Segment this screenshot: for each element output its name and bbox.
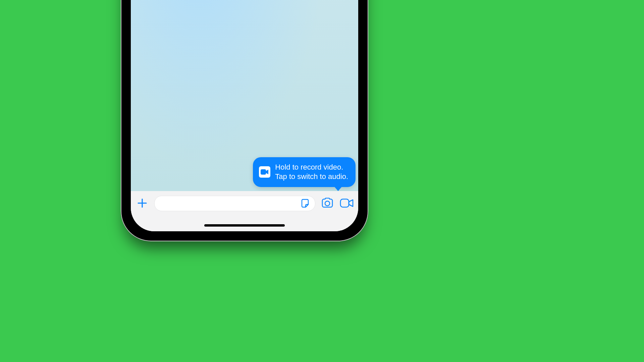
video-icon bbox=[259, 166, 270, 178]
camera-button[interactable] bbox=[320, 196, 335, 210]
tooltip-text: Hold to record video. Tap to switch to a… bbox=[275, 163, 348, 182]
stage: Hold to record video. Tap to switch to a… bbox=[0, 0, 488, 274]
tooltip-tail bbox=[334, 186, 342, 191]
tooltip-line2: Tap to switch to audio. bbox=[275, 172, 348, 182]
phone-screen: Hold to record video. Tap to switch to a… bbox=[131, 0, 358, 231]
svg-point-1 bbox=[325, 201, 330, 206]
tooltip-line1: Hold to record video. bbox=[275, 163, 348, 172]
phone-frame: Hold to record video. Tap to switch to a… bbox=[121, 0, 368, 241]
plus-icon bbox=[137, 198, 148, 208]
sticker-button[interactable] bbox=[300, 198, 312, 209]
message-text-field[interactable] bbox=[154, 196, 315, 211]
svg-rect-0 bbox=[261, 169, 266, 175]
home-indicator[interactable] bbox=[204, 224, 285, 227]
svg-rect-2 bbox=[340, 199, 349, 207]
camera-icon bbox=[321, 198, 334, 208]
video-icon bbox=[340, 198, 354, 208]
sticker-icon bbox=[301, 198, 311, 208]
message-input-bar bbox=[131, 191, 358, 231]
attach-button[interactable] bbox=[135, 196, 150, 210]
record-hint-tooltip: Hold to record video. Tap to switch to a… bbox=[253, 157, 356, 187]
video-record-button[interactable] bbox=[339, 196, 354, 210]
phone-bezel: Hold to record video. Tap to switch to a… bbox=[124, 0, 365, 238]
